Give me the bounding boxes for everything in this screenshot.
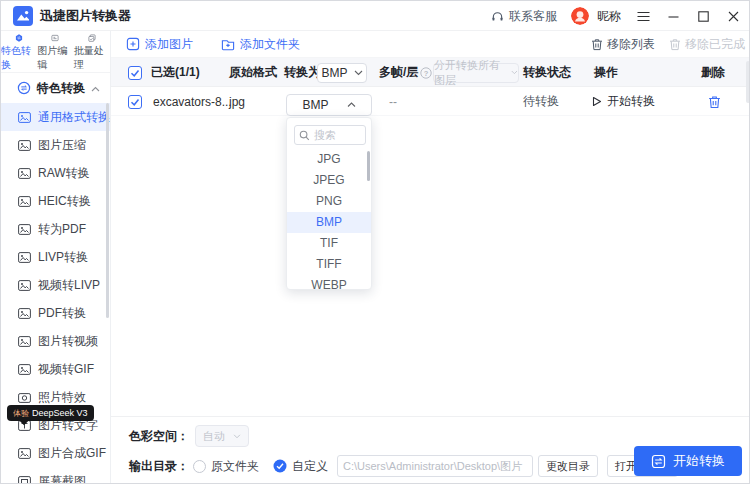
- sidebar-item-image-to-video[interactable]: 图片转视频: [1, 327, 110, 355]
- sidebar-item-label: LIVP转换: [38, 249, 88, 266]
- tab-featured-convert[interactable]: 特色转换: [1, 31, 37, 72]
- batch-check-icon: [83, 34, 101, 42]
- check-icon: [129, 67, 141, 79]
- sidebar-item-label: 照片特效: [38, 389, 86, 406]
- row-delete-icon[interactable]: [708, 95, 721, 109]
- col-delete: 删除: [701, 64, 725, 81]
- section-title: 特色转换: [37, 80, 85, 97]
- sidebar-scrollbar[interactable]: [106, 103, 109, 318]
- tab-image-edit[interactable]: 图片编辑: [37, 31, 73, 72]
- format-option-webp[interactable]: WEBP: [287, 275, 371, 296]
- row-start-convert-button[interactable]: 开始转换: [592, 93, 655, 110]
- format-option-bmp[interactable]: BMP: [287, 212, 371, 233]
- deepseek-badge[interactable]: 体验 DeepSeek V3: [7, 405, 94, 421]
- sidebar-item-merge-gif[interactable]: 图片合成GIF: [1, 439, 110, 467]
- dropdown-scrollbar[interactable]: [367, 151, 370, 181]
- headset-icon: [491, 10, 504, 23]
- change-dir-button[interactable]: 更改目录: [538, 455, 598, 477]
- sidebar-item-universal-format[interactable]: 通用格式转换: [1, 103, 110, 131]
- image-edit-icon: [46, 34, 64, 42]
- row-multi-frame: --: [389, 95, 397, 109]
- sidebar-item-to-pdf[interactable]: 转为PDF: [1, 215, 110, 243]
- app-window: 迅捷图片转换器 联系客服 昵称 特色转换 图片编辑: [0, 0, 750, 484]
- sidebar-item-video-to-livp[interactable]: 视频转LIVP: [1, 271, 110, 299]
- radio-custom-checked-icon[interactable]: [273, 459, 287, 473]
- col-convert-to: 转换为: [284, 64, 320, 81]
- deepseek-badge-name: DeepSeek V3: [32, 408, 88, 418]
- table-row: excavators-8... jpg BMP -- 待转换 开始转换: [111, 87, 750, 116]
- format-option-png[interactable]: PNG: [287, 191, 371, 212]
- add-image-button[interactable]: 添加图片: [126, 36, 193, 53]
- image-icon: [18, 139, 31, 152]
- image-icon: [18, 279, 31, 292]
- chevron-down-icon: [511, 70, 518, 75]
- minimize-button[interactable]: [665, 8, 681, 24]
- maximize-button[interactable]: [695, 8, 711, 24]
- contact-support-button[interactable]: 联系客服: [491, 8, 557, 25]
- help-icon[interactable]: ?: [420, 67, 432, 79]
- sidebar-item-heic-convert[interactable]: HEIC转换: [1, 187, 110, 215]
- sidebar-item-image-compress[interactable]: 图片压缩: [1, 131, 110, 159]
- trash-icon: [669, 38, 681, 51]
- sidebar-item-label: 转为PDF: [38, 221, 86, 238]
- sidebar-item-video-to-gif[interactable]: 视频转GIF: [1, 355, 110, 383]
- sidebar-item-pdf-convert[interactable]: PDF转换: [1, 299, 110, 327]
- sidebar-item-livp-convert[interactable]: LIVP转换: [1, 243, 110, 271]
- svg-text:?: ?: [424, 68, 429, 77]
- avatar[interactable]: [571, 7, 589, 25]
- color-space-value: 自动: [203, 429, 225, 444]
- row-checkbox[interactable]: [128, 95, 142, 109]
- image-icon: [18, 167, 31, 180]
- radio-original-folder-label[interactable]: 原文件夹: [211, 458, 259, 475]
- output-path-input[interactable]: [337, 455, 533, 477]
- sidebar-item-label: 通用格式转换: [38, 109, 110, 126]
- radio-custom-label[interactable]: 自定义: [292, 458, 328, 475]
- image-icon: [18, 111, 31, 124]
- image-icon: [18, 447, 31, 460]
- radio-original-folder[interactable]: [193, 460, 206, 473]
- row-status: 待转换: [523, 93, 559, 110]
- change-dir-label: 更改目录: [546, 459, 590, 474]
- row-original-format: jpg: [229, 95, 245, 109]
- start-convert-label: 开始转换: [673, 452, 725, 470]
- format-dropdown: JPG JPEG PNG BMP TIF TIFF WEBP: [286, 117, 372, 290]
- format-option-jpg[interactable]: JPG: [287, 149, 371, 170]
- chevron-down-icon: [233, 434, 241, 439]
- row-format-select[interactable]: BMP: [286, 94, 372, 116]
- circle-swap-icon: [17, 81, 31, 95]
- app-title: 迅捷图片转换器: [40, 7, 131, 25]
- format-option-tiff[interactable]: TIFF: [287, 254, 371, 275]
- nickname-label[interactable]: 昵称: [597, 8, 621, 25]
- sidebar-item-label: 视频转GIF: [38, 361, 94, 378]
- remove-completed-button[interactable]: 移除已完成: [669, 36, 745, 53]
- global-format-select[interactable]: BMP: [317, 63, 367, 83]
- start-convert-button[interactable]: 开始转换: [634, 446, 742, 476]
- col-original-format: 原始格式: [229, 64, 277, 81]
- multi-frame-value: 分开转换所有图层: [434, 58, 508, 88]
- tab-batch-process[interactable]: 批量处理: [74, 31, 110, 72]
- titlebar: 迅捷图片转换器 联系客服 昵称: [1, 1, 749, 31]
- sidebar-item-screenshot[interactable]: 屏幕截图: [1, 467, 110, 483]
- menu-icon[interactable]: [635, 8, 651, 24]
- main-panel: 添加图片 添加文件夹 移除列表 移除已完成 已选(1/1) 原始格式: [111, 31, 750, 483]
- format-option-jpeg[interactable]: JPEG: [287, 170, 371, 191]
- chevron-up-icon[interactable]: [91, 81, 100, 95]
- remove-list-button[interactable]: 移除列表: [591, 36, 655, 53]
- sidebar-section-header[interactable]: 特色转换: [1, 73, 110, 103]
- main-scrollbar[interactable]: [746, 61, 750, 103]
- add-folder-button[interactable]: 添加文件夹: [221, 36, 300, 53]
- image-icon: [18, 223, 31, 236]
- sidebar-item-label: HEIC转换: [38, 193, 91, 210]
- sidebar-item-label: 图片合成GIF: [38, 445, 106, 462]
- format-option-tif[interactable]: TIF: [287, 233, 371, 254]
- color-space-label: 色彩空间：: [129, 428, 189, 445]
- sidebar-item-list: 通用格式转换 图片压缩 RAW转换 HEIC转换 转为PDF LIVP转换 视频…: [1, 103, 110, 483]
- tab-label: 批量处理: [74, 44, 110, 72]
- chevron-down-icon: [354, 70, 363, 76]
- close-button[interactable]: [725, 8, 741, 24]
- select-all-checkbox[interactable]: [128, 66, 142, 80]
- sidebar-item-raw-convert[interactable]: RAW转换: [1, 159, 110, 187]
- contact-support-label: 联系客服: [509, 8, 557, 25]
- sidebar-item-label: PDF转换: [38, 305, 86, 322]
- image-icon: [18, 335, 31, 348]
